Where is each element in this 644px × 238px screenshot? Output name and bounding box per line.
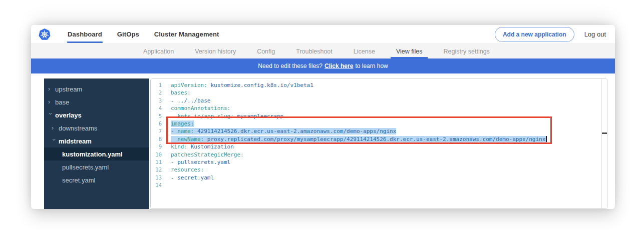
code-segment-key: apiVersion:: [171, 82, 207, 88]
code-line-7[interactable]: 7- name: 429114214526.dkr.ecr.us-east-2.…: [151, 128, 607, 135]
tree-item-label: secret.yaml: [62, 176, 95, 184]
code-segment-val: - pullsecrets.yaml: [171, 159, 230, 166]
banner-text-suffix: to learn how: [355, 62, 388, 70]
tree-item-midstream[interactable]: ›midstream: [44, 134, 149, 148]
code-text: - pullsecrets.yaml: [171, 159, 230, 166]
code-line-13[interactable]: 13- secret.yaml: [151, 174, 607, 182]
line-number: 1: [151, 82, 162, 89]
code-line-3[interactable]: 3- ../../base: [151, 97, 607, 104]
tree-item-label: midstream: [59, 138, 92, 145]
yaml-file-editor[interactable]: 1apiVersion: kustomize.config.k8s.io/v1b…: [150, 78, 607, 209]
code-segment-key: kots.io/app-slug:: [177, 113, 234, 120]
chevron-right-icon: ›: [48, 86, 53, 92]
code-segment-val: proxy.replicated.com/proxy/mysampleecrap…: [204, 136, 545, 142]
tree-item-overlays[interactable]: ›overlays: [44, 108, 149, 122]
code-line-4[interactable]: 4commonAnnotations:: [151, 104, 607, 112]
topnav-tab-gitops[interactable]: GitOps: [110, 25, 147, 44]
tree-item-base[interactable]: ›base: [44, 96, 149, 108]
code-segment-key: commonAnnotations:: [171, 105, 230, 112]
line-number: 12: [151, 166, 162, 174]
code-text: apiVersion: kustomize.config.k8s.io/v1be…: [171, 82, 313, 88]
code-segment-val: - ../../base: [171, 98, 210, 104]
tree-item-label: base: [55, 98, 69, 106]
line-number: 5: [151, 112, 162, 120]
code-text: kots.io/app-slug: mysampleecrapp: [171, 113, 283, 120]
line-number: 14: [151, 182, 162, 189]
code-segment-key: images:: [171, 120, 194, 127]
code-line-9[interactable]: 9kind: Kustomization: [151, 143, 607, 150]
scrollbar-cursor-marker: [602, 132, 607, 134]
line-number: 2: [151, 89, 162, 96]
code-segment-val: 429114214526.dkr.ecr.us-east-2.amazonaws…: [194, 128, 396, 134]
topnav-tabs: DashboardGitOpsCluster Management: [60, 25, 226, 44]
app-subnav: ApplicationVersion historyConfigTroubles…: [31, 44, 615, 58]
code-line-14[interactable]: 14: [151, 182, 607, 189]
banner-text-prefix: Need to edit these files?: [258, 62, 323, 70]
code-text: patchesStrategicMerge:: [171, 152, 244, 158]
code-lines: 1apiVersion: kustomize.config.k8s.io/v1b…: [151, 82, 607, 189]
editor-scrollbar[interactable]: [601, 79, 607, 208]
tree-item-secret-yaml[interactable]: secret.yaml: [44, 174, 149, 186]
line-number: 11: [151, 158, 162, 166]
line-number: 3: [151, 97, 162, 104]
topnav-right: Add a new application Log out: [495, 27, 606, 42]
code-text: commonAnnotations:: [171, 105, 230, 112]
subnav-tab-application[interactable]: Application: [133, 44, 184, 58]
code-segment-val: kustomize.config.k8s.io/v1beta1: [207, 82, 313, 88]
code-segment-val: mysampleecrapp: [234, 113, 283, 120]
logout-link[interactable]: Log out: [584, 30, 606, 38]
line-number: 10: [151, 151, 162, 158]
tree-item-label: pullsecrets.yaml: [62, 164, 109, 171]
add-new-application-button[interactable]: Add a new application: [495, 27, 574, 42]
code-text: images:: [171, 120, 194, 127]
code-line-11[interactable]: 11- pullsecrets.yaml: [151, 158, 607, 166]
subnav-tab-troubleshoot[interactable]: Troubleshoot: [285, 44, 343, 58]
tree-item-pullsecrets-yaml[interactable]: pullsecrets.yaml: [44, 160, 149, 174]
code-segment-key: kind:: [171, 144, 187, 150]
code-line-10[interactable]: 10patchesStrategicMerge:: [151, 151, 607, 158]
code-line-5[interactable]: 5 kots.io/app-slug: mysampleecrapp: [151, 112, 607, 120]
topnav-tab-dashboard[interactable]: Dashboard: [60, 25, 110, 44]
topnav-tab-cluster-management[interactable]: Cluster Management: [147, 25, 227, 44]
subnav-tab-registry-settings[interactable]: Registry settings: [433, 44, 500, 58]
tree-item-downstreams[interactable]: ›downstreams: [44, 122, 149, 134]
line-number: 6: [151, 120, 162, 128]
view-files-content: ›upstream›base›overlays›downstreams›mids…: [31, 74, 615, 209]
code-line-1[interactable]: 1apiVersion: kustomize.config.k8s.io/v1b…: [151, 82, 607, 89]
banner-click-here-link[interactable]: Click here: [325, 62, 353, 70]
code-line-8[interactable]: 8 newName: proxy.replicated.com/proxy/my…: [151, 136, 607, 143]
code-line-12[interactable]: 12resources:: [151, 166, 607, 174]
chevron-down-icon: ›: [51, 139, 57, 144]
line-number: 9: [151, 143, 162, 150]
code-line-2[interactable]: 2bases:: [151, 89, 607, 96]
code-segment-key: newName:: [177, 136, 204, 142]
chevron-right-icon: ›: [48, 99, 53, 105]
line-number: 8: [151, 136, 162, 143]
code-text: - name: 429114214526.dkr.ecr.us-east-2.a…: [171, 128, 396, 134]
code-segment-key: resources:: [171, 166, 204, 173]
code-text: resources:: [171, 166, 204, 173]
tree-item-upstream[interactable]: ›upstream: [44, 82, 149, 96]
subnav-tab-config[interactable]: Config: [246, 44, 285, 58]
code-segment-val: Kustomization: [187, 144, 234, 150]
code-text: kind: Kustomization: [171, 144, 234, 150]
code-segment-plain: [171, 113, 177, 120]
chevron-right-icon: ›: [52, 125, 56, 131]
line-number: 4: [151, 104, 162, 112]
subnav-tab-version-history[interactable]: Version history: [184, 44, 246, 58]
edit-files-banner: Need to edit these files? Click here to …: [31, 58, 615, 74]
screenshot-stage: DashboardGitOpsCluster Management Add a …: [0, 0, 644, 238]
tree-item-label: overlays: [55, 112, 82, 119]
file-tree-sidebar: ›upstream›base›overlays›downstreams›mids…: [44, 78, 149, 209]
code-segment-val: -: [171, 128, 177, 134]
code-line-6[interactable]: 6images:: [151, 120, 607, 128]
code-text: newName: proxy.replicated.com/proxy/mysa…: [171, 136, 547, 142]
chevron-down-icon: ›: [48, 113, 54, 118]
code-text: bases:: [171, 90, 191, 96]
top-navbar: DashboardGitOpsCluster Management Add a …: [31, 25, 615, 44]
code-segment-key: bases:: [171, 90, 191, 96]
subnav-tab-license[interactable]: License: [343, 44, 386, 58]
code-segment-key: patchesStrategicMerge:: [171, 152, 244, 158]
tree-item-kustomization-yaml[interactable]: kustomization.yaml: [44, 148, 149, 160]
subnav-tab-view-files[interactable]: View files: [386, 44, 433, 58]
